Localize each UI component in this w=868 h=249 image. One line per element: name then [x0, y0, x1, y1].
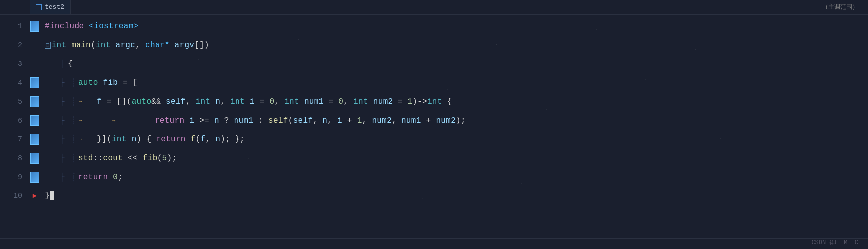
gutter-9[interactable]: [27, 168, 42, 187]
code-area: 1 2 3 4 5 6 7 8 9 10: [0, 15, 868, 238]
code-line-1: #include <iostream>: [45, 17, 868, 36]
line-num-6: 6: [18, 111, 22, 130]
tab-item-test2[interactable]: test2: [30, 0, 71, 14]
line-num-5: 5: [18, 92, 22, 111]
gutter-7[interactable]: [27, 130, 42, 149]
line-num-4: 4: [18, 73, 22, 92]
collapse-icon[interactable]: ⊟: [45, 42, 51, 49]
code-line-2: ⊟int main(int argc, char* argv[]): [45, 36, 868, 55]
gutter-2: [27, 36, 42, 55]
gutter-5[interactable]: [27, 92, 42, 111]
file-icon: [36, 4, 42, 10]
play-icon: ▶: [33, 192, 37, 199]
line-num-8: 8: [18, 149, 22, 168]
gutter-3: [27, 55, 42, 73]
breakpoint-6: [30, 115, 39, 126]
code-line-3: │{: [45, 55, 868, 73]
gutter: ▶: [27, 15, 42, 238]
code-content: #include <iostream> ⊟int main(int argc, …: [42, 15, 868, 238]
code-line-6: ├┊→ → return i >= n ? num1 : self(self, …: [45, 111, 868, 130]
breakpoint-7: [30, 134, 39, 145]
activity-label: （主调范围）: [822, 3, 858, 11]
breakpoint-9: [30, 172, 39, 183]
status-bar: CSDN @J__M__C: [0, 238, 868, 249]
token-include: #include: [45, 22, 84, 31]
line-num-1: 1: [18, 17, 22, 36]
code-line-10: }: [45, 187, 868, 205]
gutter-4[interactable]: [27, 73, 42, 92]
editor-container: test2 （主调范围） 1 2 3 4 5 6 7 8 9 10: [0, 0, 868, 249]
tab-label: test2: [45, 3, 64, 11]
tab-bar: test2 （主调范围）: [0, 0, 868, 15]
gutter-10[interactable]: ▶: [27, 187, 42, 205]
gutter-6[interactable]: [27, 111, 42, 130]
line-num-7: 7: [18, 130, 22, 149]
breakpoint-4: [30, 77, 39, 88]
breakpoint-8: [30, 153, 39, 164]
code-line-4: ├┊auto fib = [: [45, 73, 868, 92]
gutter-1[interactable]: [27, 17, 42, 36]
code-line-5: ├┊→ f = [](auto&& self, int n, int i = 0…: [45, 92, 868, 111]
line-num-2: 2: [18, 36, 22, 55]
line-num-10: 10: [13, 187, 22, 205]
line-num-9: 9: [18, 168, 22, 187]
gutter-8[interactable]: [27, 149, 42, 168]
breakpoint-1: [30, 21, 39, 32]
line-numbers: 1 2 3 4 5 6 7 8 9 10: [0, 15, 27, 238]
breakpoint-5: [30, 96, 39, 107]
code-line-8: ├┊std::cout << fib(5);: [45, 149, 868, 168]
code-line-9: ├┊return 0;: [45, 168, 868, 187]
code-line-7: ├┊→ }](int n) { return f(f, n); };: [45, 130, 868, 149]
cursor: [50, 191, 54, 200]
watermark-label: CSDN @J__M__C: [811, 239, 858, 246]
line-num-3: 3: [18, 55, 22, 73]
